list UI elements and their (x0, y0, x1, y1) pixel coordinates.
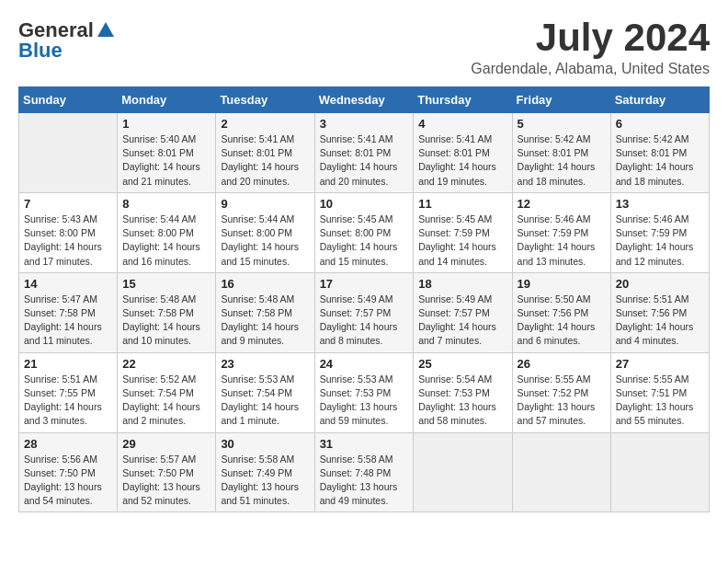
svg-marker-0 (97, 22, 114, 37)
col-header-wednesday: Wednesday (314, 87, 414, 113)
calendar-cell: 28Sunrise: 5:56 AMSunset: 7:50 PMDayligh… (19, 432, 118, 512)
col-header-thursday: Thursday (414, 87, 512, 113)
day-number: 23 (221, 357, 309, 371)
day-info: Sunrise: 5:41 AMSunset: 8:01 PMDaylight:… (221, 132, 309, 189)
day-info: Sunrise: 5:43 AMSunset: 8:00 PMDaylight:… (24, 213, 112, 269)
day-info: Sunrise: 5:42 AMSunset: 8:01 PMDaylight:… (616, 132, 704, 189)
calendar-cell (512, 432, 610, 512)
day-info: Sunrise: 5:49 AMSunset: 7:57 PMDaylight:… (320, 293, 409, 349)
calendar-cell: 29Sunrise: 5:57 AMSunset: 7:50 PMDayligh… (118, 432, 216, 512)
day-info: Sunrise: 5:44 AMSunset: 8:00 PMDaylight:… (221, 213, 309, 269)
col-header-sunday: Sunday (19, 87, 118, 113)
day-info: Sunrise: 5:48 AMSunset: 7:58 PMDaylight:… (122, 293, 210, 349)
logo: General Blue (18, 18, 116, 63)
calendar-cell: 6Sunrise: 5:42 AMSunset: 8:01 PMDaylight… (610, 113, 709, 193)
calendar-week-row: 1Sunrise: 5:40 AMSunset: 8:01 PMDaylight… (19, 113, 710, 193)
day-info: Sunrise: 5:56 AMSunset: 7:50 PMDaylight:… (24, 453, 112, 509)
day-number: 27 (616, 357, 704, 371)
calendar-cell: 18Sunrise: 5:49 AMSunset: 7:57 PMDayligh… (414, 272, 512, 352)
calendar-cell: 9Sunrise: 5:44 AMSunset: 8:00 PMDaylight… (216, 192, 314, 272)
calendar-cell (610, 432, 709, 512)
day-number: 28 (24, 437, 112, 451)
day-number: 22 (122, 357, 210, 371)
day-info: Sunrise: 5:47 AMSunset: 7:58 PMDaylight:… (24, 293, 112, 349)
day-info: Sunrise: 5:57 AMSunset: 7:50 PMDaylight:… (122, 453, 210, 509)
month-title: July 2024 (471, 18, 710, 57)
calendar-cell: 19Sunrise: 5:50 AMSunset: 7:56 PMDayligh… (512, 272, 610, 352)
day-info: Sunrise: 5:44 AMSunset: 8:00 PMDaylight:… (122, 213, 210, 269)
day-info: Sunrise: 5:55 AMSunset: 7:51 PMDaylight:… (616, 373, 704, 429)
logo-icon (96, 20, 116, 40)
day-number: 9 (221, 197, 309, 211)
day-number: 31 (320, 437, 409, 451)
calendar-cell: 23Sunrise: 5:53 AMSunset: 7:54 PMDayligh… (216, 352, 314, 432)
day-info: Sunrise: 5:53 AMSunset: 7:54 PMDaylight:… (221, 373, 309, 429)
calendar-cell: 5Sunrise: 5:42 AMSunset: 8:01 PMDaylight… (512, 113, 610, 193)
calendar-cell: 24Sunrise: 5:53 AMSunset: 7:53 PMDayligh… (314, 352, 414, 432)
day-number: 30 (221, 437, 309, 451)
calendar-cell: 12Sunrise: 5:46 AMSunset: 7:59 PMDayligh… (512, 192, 610, 272)
day-number: 2 (221, 117, 309, 131)
calendar-cell: 25Sunrise: 5:54 AMSunset: 7:53 PMDayligh… (414, 352, 512, 432)
day-number: 12 (518, 197, 606, 211)
day-number: 8 (122, 197, 210, 211)
calendar-table: SundayMondayTuesdayWednesdayThursdayFrid… (18, 86, 710, 512)
day-number: 4 (418, 117, 506, 131)
calendar-cell: 10Sunrise: 5:45 AMSunset: 8:00 PMDayligh… (314, 192, 414, 272)
day-info: Sunrise: 5:51 AMSunset: 7:55 PMDaylight:… (24, 373, 112, 429)
calendar-week-row: 7Sunrise: 5:43 AMSunset: 8:00 PMDaylight… (19, 192, 710, 272)
logo-blue-text: Blue (18, 39, 63, 63)
day-number: 18 (418, 277, 506, 291)
calendar-cell: 1Sunrise: 5:40 AMSunset: 8:01 PMDaylight… (118, 113, 216, 193)
day-number: 3 (320, 117, 409, 131)
col-header-friday: Friday (512, 87, 610, 113)
day-info: Sunrise: 5:46 AMSunset: 7:59 PMDaylight:… (518, 213, 606, 269)
day-number: 16 (221, 277, 309, 291)
col-header-tuesday: Tuesday (216, 87, 314, 113)
calendar-cell: 14Sunrise: 5:47 AMSunset: 7:58 PMDayligh… (19, 272, 118, 352)
calendar-cell: 30Sunrise: 5:58 AMSunset: 7:49 PMDayligh… (216, 432, 314, 512)
calendar-week-row: 14Sunrise: 5:47 AMSunset: 7:58 PMDayligh… (19, 272, 710, 352)
day-info: Sunrise: 5:49 AMSunset: 7:57 PMDaylight:… (418, 293, 506, 349)
day-number: 26 (518, 357, 606, 371)
day-number: 25 (418, 357, 506, 371)
calendar-cell: 2Sunrise: 5:41 AMSunset: 8:01 PMDaylight… (216, 113, 314, 193)
day-info: Sunrise: 5:41 AMSunset: 8:01 PMDaylight:… (320, 132, 409, 189)
calendar-cell: 26Sunrise: 5:55 AMSunset: 7:52 PMDayligh… (512, 352, 610, 432)
calendar-cell: 8Sunrise: 5:44 AMSunset: 8:00 PMDaylight… (118, 192, 216, 272)
calendar-cell: 3Sunrise: 5:41 AMSunset: 8:01 PMDaylight… (314, 113, 414, 193)
day-number: 20 (616, 277, 704, 291)
calendar-cell (19, 113, 118, 193)
calendar-week-row: 21Sunrise: 5:51 AMSunset: 7:55 PMDayligh… (19, 352, 710, 432)
col-header-monday: Monday (118, 87, 216, 113)
calendar-cell: 22Sunrise: 5:52 AMSunset: 7:54 PMDayligh… (118, 352, 216, 432)
day-info: Sunrise: 5:55 AMSunset: 7:52 PMDaylight:… (518, 373, 606, 429)
day-number: 7 (24, 197, 112, 211)
calendar-header-row: SundayMondayTuesdayWednesdayThursdayFrid… (19, 87, 710, 113)
calendar-cell: 21Sunrise: 5:51 AMSunset: 7:55 PMDayligh… (19, 352, 118, 432)
calendar-cell: 27Sunrise: 5:55 AMSunset: 7:51 PMDayligh… (610, 352, 709, 432)
day-number: 13 (616, 197, 704, 211)
calendar-cell: 11Sunrise: 5:45 AMSunset: 7:59 PMDayligh… (414, 192, 512, 272)
day-info: Sunrise: 5:45 AMSunset: 8:00 PMDaylight:… (320, 213, 409, 269)
calendar-cell: 7Sunrise: 5:43 AMSunset: 8:00 PMDaylight… (19, 192, 118, 272)
day-info: Sunrise: 5:48 AMSunset: 7:58 PMDaylight:… (221, 293, 309, 349)
day-info: Sunrise: 5:46 AMSunset: 7:59 PMDaylight:… (616, 213, 704, 269)
calendar-cell (414, 432, 512, 512)
day-number: 10 (320, 197, 409, 211)
title-area: July 2024 Gardendale, Alabama, United St… (471, 18, 710, 77)
day-number: 1 (122, 117, 210, 131)
day-info: Sunrise: 5:52 AMSunset: 7:54 PMDaylight:… (122, 373, 210, 429)
header: General Blue July 2024 Gardendale, Alaba… (18, 18, 710, 77)
calendar-cell: 13Sunrise: 5:46 AMSunset: 7:59 PMDayligh… (610, 192, 709, 272)
calendar-cell: 20Sunrise: 5:51 AMSunset: 7:56 PMDayligh… (610, 272, 709, 352)
day-info: Sunrise: 5:58 AMSunset: 7:48 PMDaylight:… (320, 453, 409, 509)
day-number: 19 (518, 277, 606, 291)
col-header-saturday: Saturday (610, 87, 709, 113)
calendar-cell: 17Sunrise: 5:49 AMSunset: 7:57 PMDayligh… (314, 272, 414, 352)
calendar-cell: 15Sunrise: 5:48 AMSunset: 7:58 PMDayligh… (118, 272, 216, 352)
day-number: 21 (24, 357, 112, 371)
day-info: Sunrise: 5:58 AMSunset: 7:49 PMDaylight:… (221, 453, 309, 509)
day-number: 17 (320, 277, 409, 291)
day-info: Sunrise: 5:40 AMSunset: 8:01 PMDaylight:… (122, 132, 210, 189)
